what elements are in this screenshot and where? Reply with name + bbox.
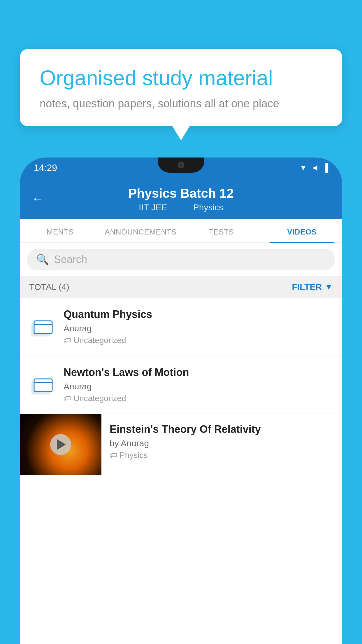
play-button[interactable]	[50, 434, 71, 455]
search-icon: 🔍	[36, 253, 49, 266]
item-title: Newton's Laws of Motion	[64, 366, 333, 379]
tab-tests[interactable]: TESTS	[181, 219, 262, 242]
play-icon	[57, 439, 66, 450]
back-button[interactable]: ←	[31, 192, 44, 206]
item-details: Einstein's Theory Of Relativity by Anura…	[101, 414, 342, 469]
item-title: Quantum Physics	[64, 308, 333, 321]
filter-button[interactable]: FILTER ▼	[292, 282, 333, 292]
list-item[interactable]: Quantum Physics Anurag 🏷 Uncategorized	[20, 298, 342, 356]
phone-frame: 14:29 ▼ ◄ ▐ ← Physics Batch 12 IIT JEE P…	[20, 158, 342, 644]
tab-videos[interactable]: VIDEOS	[262, 219, 342, 242]
phone-inner: 14:29 ▼ ◄ ▐ ← Physics Batch 12 IIT JEE P…	[20, 158, 342, 644]
filter-icon: ▼	[325, 282, 333, 292]
item-tag: 🏷 Uncategorized	[64, 394, 333, 403]
folder-icon	[29, 370, 55, 399]
speech-bubble: Organised study material notes, question…	[20, 49, 342, 126]
app-header: ← Physics Batch 12 IIT JEE Physics	[20, 178, 342, 219]
item-details: Newton's Laws of Motion Anurag 🏷 Uncateg…	[64, 366, 333, 403]
filter-bar: TOTAL (4) FILTER ▼	[20, 276, 342, 298]
list-item[interactable]: Einstein's Theory Of Relativity by Anura…	[20, 414, 342, 475]
wifi-icon: ▼	[299, 163, 307, 172]
tab-ments[interactable]: MENTS	[20, 219, 101, 242]
list-item[interactable]: Newton's Laws of Motion Anurag 🏷 Uncateg…	[20, 356, 342, 414]
signal-icon: ◄	[311, 163, 319, 172]
bubble-subtitle: notes, question papers, solutions all at…	[40, 97, 322, 110]
item-details: Quantum Physics Anurag 🏷 Uncategorized	[64, 308, 333, 345]
header-title: Physics Batch 12	[128, 186, 234, 201]
item-author: by Anurag	[110, 438, 334, 448]
search-container: 🔍 Search	[20, 243, 342, 276]
header-subtitle: IIT JEE Physics	[134, 202, 228, 212]
search-input[interactable]: Search	[54, 253, 87, 266]
status-time: 14:29	[34, 162, 57, 173]
header-subtitle-iit: IIT JEE	[139, 202, 167, 212]
camera	[178, 162, 184, 168]
header-subtitle-sep	[179, 202, 184, 212]
item-tag: 🏷 Physics	[110, 451, 334, 460]
item-author: Anurag	[64, 323, 333, 333]
item-tag: 🏷 Uncategorized	[64, 336, 333, 345]
status-icons: ▼ ◄ ▐	[299, 163, 328, 172]
svg-rect-3	[34, 379, 52, 392]
tag-icon: 🏷	[110, 451, 117, 460]
item-author: Anurag	[64, 382, 333, 391]
tag-icon: 🏷	[64, 394, 71, 403]
total-count: TOTAL (4)	[29, 282, 69, 292]
item-title: Einstein's Theory Of Relativity	[110, 423, 334, 435]
search-box[interactable]: 🔍 Search	[27, 249, 335, 270]
svg-rect-1	[34, 321, 52, 334]
folder-icon	[29, 312, 55, 341]
tag-icon: 🏷	[64, 336, 71, 345]
tab-announcements[interactable]: ANNOUNCEMENTS	[101, 219, 181, 242]
battery-icon: ▐	[322, 163, 328, 172]
header-subtitle-physics: Physics	[193, 202, 223, 212]
notch	[158, 158, 204, 173]
thumb-bg	[20, 414, 101, 475]
bubble-title: Organised study material	[40, 65, 322, 90]
video-thumbnail	[20, 414, 101, 475]
video-list: Quantum Physics Anurag 🏷 Uncategorized	[20, 298, 342, 475]
tab-bar: MENTS ANNOUNCEMENTS TESTS VIDEOS	[20, 219, 342, 243]
